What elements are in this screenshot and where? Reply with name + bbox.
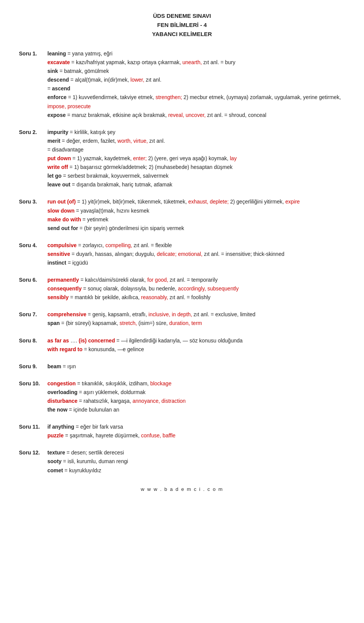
header-line2: FEN BİLİMLERİ - 4 <box>19 21 345 30</box>
footer: w w w . b a d e m c i . c o m <box>19 486 345 492</box>
question-block-6: Soru 7.comprehensive = geniş, kapsamlı, … <box>19 310 345 328</box>
question-block-5: Soru 6.permanently = kalıcı/daimi/sürekl… <box>19 276 345 302</box>
question-label-11: Soru 12. <box>19 448 47 475</box>
question-label-2: Soru 2. <box>19 128 47 189</box>
question-content-7: as far as …. (is) concerned = ―i ilgilen… <box>47 336 345 354</box>
question-block-4: Soru 4.compulsive = zorlayıcı, compellin… <box>19 241 345 267</box>
question-block-3: Soru 3.run out (of) = 1) yit(ir)mek, bit… <box>19 197 345 232</box>
question-label-3: Soru 3. <box>19 197 47 232</box>
page-header: ÜDS DENEME SINAVI FEN BİLİMLERİ - 4 YABA… <box>19 11 345 39</box>
question-block-7: Soru 8.as far as …. (is) concerned = ―i … <box>19 336 345 354</box>
question-block-11: Soru 12.texture = desen; sertlik dereces… <box>19 448 345 475</box>
question-content-1: leaning = yana yatmış, eğriexcavate = ka… <box>47 49 345 120</box>
question-content-8: beam = ışın <box>47 362 345 371</box>
question-label-6: Soru 7. <box>19 310 47 328</box>
question-block-9: Soru 10.congestion = tıkanıklık, sıkışık… <box>19 379 345 414</box>
question-content-10: if anything = eğer bir fark varsapuzzle … <box>47 423 345 440</box>
question-content-6: comprehensive = geniş, kapsamlı, etraflı… <box>47 310 345 328</box>
question-label-4: Soru 4. <box>19 241 47 267</box>
question-content-3: run out (of) = 1) yit(ir)mek, bit(ir)mek… <box>47 197 345 232</box>
question-label-9: Soru 10. <box>19 379 47 414</box>
footer-url: w w w . b a d e m c i . c o m <box>141 486 223 492</box>
question-content-5: permanently = kalıcı/daimi/sürekli olara… <box>47 276 345 302</box>
question-label-1: Soru 1. <box>19 49 47 120</box>
question-label-10: Soru 11. <box>19 423 47 440</box>
questions-container: Soru 1.leaning = yana yatmış, eğriexcava… <box>19 49 345 475</box>
question-block-10: Soru 11.if anything = eğer bir fark vars… <box>19 423 345 440</box>
question-content-4: compulsive = zorlayıcı, compelling, zıt … <box>47 241 345 267</box>
header-line3: YABANCI KELİMELER <box>19 30 345 39</box>
question-block-1: Soru 1.leaning = yana yatmış, eğriexcava… <box>19 49 345 120</box>
question-label-7: Soru 8. <box>19 336 47 354</box>
header-line1: ÜDS DENEME SINAVI <box>19 11 345 21</box>
question-content-9: congestion = tıkanıklık, sıkışıklık, izd… <box>47 379 345 414</box>
question-label-5: Soru 6. <box>19 276 47 302</box>
question-label-8: Soru 9. <box>19 362 47 371</box>
question-block-8: Soru 9.beam = ışın <box>19 362 345 371</box>
question-block-2: Soru 2.impurity = kirlilik, katışık şeym… <box>19 128 345 189</box>
question-content-2: impurity = kirlilik, katışık şeymerit = … <box>47 128 345 189</box>
question-content-11: texture = desen; sertlik derecesisooty =… <box>47 448 345 475</box>
